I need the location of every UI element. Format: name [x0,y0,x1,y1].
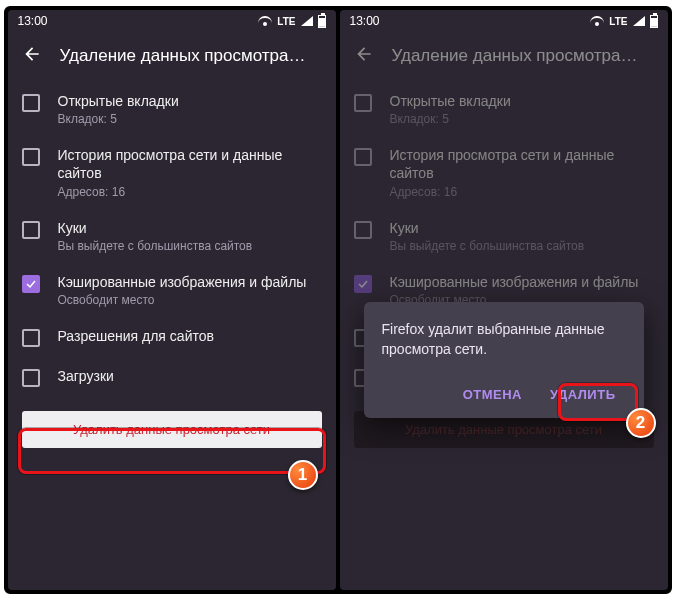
list-item[interactable]: Куки Вы выйдете с большинства сайтов [8,209,336,263]
checkbox[interactable] [22,329,40,347]
item-title: Куки [58,219,318,237]
wifi-icon [258,16,272,26]
checkbox[interactable] [354,94,372,112]
item-title: Кэшированные изображения и файлы [390,273,650,291]
lte-label: LTE [277,16,295,27]
item-title: Разрешения для сайтов [390,327,650,345]
status-icons: LTE [590,15,657,28]
list-item[interactable]: Куки Вы выйдете с большинства сайтов [340,209,668,263]
checkbox[interactable] [354,221,372,239]
checkbox-checked[interactable] [354,275,372,293]
checkbox[interactable] [22,221,40,239]
phone-right: 13:00 LTE Удаление данных просмотра… Отк [340,10,668,590]
list-item[interactable]: Загрузки [8,357,336,397]
item-title: История просмотра сети и данные сайтов [58,146,318,182]
checkbox[interactable] [354,329,372,347]
highlight-confirm-button [558,383,638,421]
app-header: Удаление данных просмотра… [340,32,668,78]
item-subtitle: Адресов: 16 [58,185,318,199]
back-icon[interactable] [22,44,42,68]
item-title: Куки [390,219,650,237]
back-icon[interactable] [354,44,374,68]
item-title: Открытые вкладки [58,92,318,110]
item-title: Загрузки [58,367,318,385]
clock: 13:00 [350,14,380,28]
checkbox[interactable] [22,369,40,387]
app-header: Удаление данных просмотра… [8,32,336,78]
phone-left: 13:00 LTE Удаление данных просмотра… [8,10,336,590]
item-title: Открытые вкладки [390,92,650,110]
checkbox[interactable] [354,369,372,387]
item-subtitle: Адресов: 16 [390,185,650,199]
step-marker-2: 2 [626,408,656,438]
page-title: Удаление данных просмотра… [392,46,654,66]
lte-label: LTE [609,16,627,27]
list-item[interactable]: История просмотра сети и данные сайтов А… [8,136,336,208]
item-subtitle: Вы выйдете с большинства сайтов [58,239,318,253]
wifi-icon [590,16,604,26]
status-icons: LTE [258,15,325,28]
list-item[interactable]: История просмотра сети и данные сайтов А… [340,136,668,208]
status-bar: 13:00 LTE [340,10,668,32]
checkbox[interactable] [354,148,372,166]
clock: 13:00 [18,14,48,28]
checkbox[interactable] [22,94,40,112]
checkbox[interactable] [22,148,40,166]
item-subtitle: Освободит место [58,293,318,307]
item-subtitle: Освободит место [390,293,650,307]
item-title: История просмотра сети и данные сайтов [390,146,650,182]
page-title: Удаление данных просмотра… [60,46,322,66]
signal-icon [301,16,313,26]
options-list: Открытые вкладки Вкладок: 5 История прос… [340,78,668,401]
list-item[interactable]: Разрешения для сайтов [340,317,668,357]
list-item[interactable]: Кэшированные изображения и файлы Освобод… [8,263,336,317]
list-item[interactable]: Разрешения для сайтов [8,317,336,357]
item-title: Кэшированные изображения и файлы [58,273,318,291]
item-subtitle: Вы выйдете с большинства сайтов [390,239,650,253]
checkbox-checked[interactable] [22,275,40,293]
list-item[interactable]: Кэшированные изображения и файлы Освобод… [340,263,668,317]
highlight-delete-button [18,428,326,474]
battery-icon [318,15,326,28]
step-marker-1: 1 [288,460,318,490]
list-item[interactable]: Открытые вкладки Вкладок: 5 [8,82,336,136]
item-title: Разрешения для сайтов [58,327,318,345]
signal-icon [633,16,645,26]
item-subtitle: Вкладок: 5 [58,112,318,126]
options-list: Открытые вкладки Вкладок: 5 История прос… [8,78,336,401]
screenshot-pair: 13:00 LTE Удаление данных просмотра… [4,6,672,594]
battery-icon [650,15,658,28]
list-item[interactable]: Открытые вкладки Вкладок: 5 [340,82,668,136]
item-subtitle: Вкладок: 5 [390,112,650,126]
status-bar: 13:00 LTE [8,10,336,32]
